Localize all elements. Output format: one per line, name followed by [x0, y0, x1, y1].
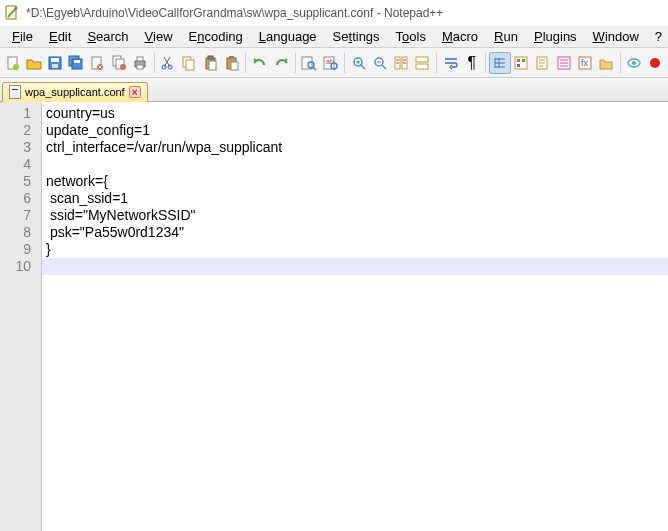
svg-rect-50 — [515, 57, 527, 69]
svg-rect-5 — [51, 58, 59, 62]
svg-rect-26 — [229, 56, 234, 59]
menu-language[interactable]: Language — [251, 27, 325, 46]
monitor-button[interactable] — [624, 52, 645, 74]
svg-line-30 — [313, 67, 316, 70]
code-area[interactable]: country=usupdate_config=1ctrl_interface=… — [42, 102, 668, 531]
save-button[interactable] — [44, 52, 65, 74]
copy-button[interactable] — [179, 52, 200, 74]
code-line[interactable] — [42, 258, 668, 275]
svg-rect-53 — [517, 64, 520, 67]
menu-search[interactable]: Search — [79, 27, 136, 46]
svg-point-14 — [120, 64, 126, 70]
sync-v-button[interactable] — [391, 52, 412, 74]
wordwrap-button[interactable] — [440, 52, 461, 74]
menu-file[interactable]: File — [4, 27, 41, 46]
line-number: 6 — [0, 190, 41, 207]
find-button[interactable] — [299, 52, 320, 74]
separator — [154, 53, 155, 73]
menu-plugins[interactable]: Plugins — [526, 27, 585, 46]
menu-window[interactable]: Window — [585, 27, 647, 46]
record-button[interactable] — [645, 52, 666, 74]
svg-point-1 — [15, 7, 18, 10]
toolbar: ab ¶ fx — [0, 48, 668, 78]
separator — [295, 53, 296, 73]
code-line[interactable] — [42, 156, 668, 173]
line-number: 5 — [0, 173, 41, 190]
menu-encoding[interactable]: Encoding — [181, 27, 251, 46]
code-line[interactable]: country=us — [42, 105, 668, 122]
sync-h-button[interactable] — [412, 52, 433, 74]
line-number: 9 — [0, 241, 41, 258]
editor-area: 12345678910 country=usupdate_config=1ctr… — [0, 102, 668, 531]
line-number: 4 — [0, 156, 41, 173]
title-bar: *D:\Egyeb\Arduino\VideoCallforGrandma\sw… — [0, 0, 668, 26]
separator — [344, 53, 345, 73]
open-file-button[interactable] — [23, 52, 44, 74]
menu-run[interactable]: Run — [486, 27, 526, 46]
window-title: *D:\Egyeb\Arduino\VideoCallforGrandma\sw… — [26, 6, 443, 20]
redo-button[interactable] — [271, 52, 292, 74]
svg-point-3 — [13, 64, 19, 70]
menu-macro[interactable]: Macro — [434, 27, 486, 46]
print-button[interactable] — [129, 52, 150, 74]
app-icon — [4, 5, 20, 21]
indent-guide-button[interactable] — [489, 52, 510, 74]
svg-line-39 — [382, 65, 386, 69]
cut-button[interactable] — [157, 52, 178, 74]
modified-file-icon — [9, 85, 21, 99]
svg-rect-23 — [208, 56, 213, 59]
code-line[interactable]: ctrl_interface=/var/run/wpa_supplicant — [42, 139, 668, 156]
menu-view[interactable]: View — [137, 27, 181, 46]
paste2-button[interactable] — [221, 52, 242, 74]
separator — [245, 53, 246, 73]
menu-settings[interactable]: Settings — [325, 27, 388, 46]
code-line[interactable]: update_config=1 — [42, 122, 668, 139]
svg-rect-9 — [74, 60, 80, 63]
svg-rect-44 — [416, 64, 428, 69]
close-all-button[interactable] — [108, 52, 129, 74]
svg-rect-27 — [231, 62, 238, 70]
allchars-button[interactable]: ¶ — [461, 52, 482, 74]
code-line[interactable]: network={ — [42, 173, 668, 190]
replace-button[interactable]: ab — [320, 52, 341, 74]
save-all-button[interactable] — [66, 52, 87, 74]
line-number: 2 — [0, 122, 41, 139]
svg-point-65 — [632, 61, 636, 65]
code-line[interactable]: } — [42, 241, 668, 258]
svg-rect-17 — [137, 65, 143, 69]
code-line[interactable]: scan_ssid=1 — [42, 190, 668, 207]
svg-rect-21 — [186, 60, 194, 70]
file-tab[interactable]: wpa_supplicant.conf × — [2, 82, 148, 102]
svg-rect-16 — [137, 57, 143, 61]
close-file-button[interactable] — [87, 52, 108, 74]
line-number: 1 — [0, 105, 41, 122]
code-line[interactable]: ssid="MyNetworkSSID" — [42, 207, 668, 224]
funclist-button[interactable]: fx — [574, 52, 595, 74]
paste-button[interactable] — [200, 52, 221, 74]
undo-button[interactable] — [249, 52, 270, 74]
svg-rect-51 — [517, 59, 520, 62]
separator — [620, 53, 621, 73]
menu-bar: File Edit Search View Encoding Language … — [0, 26, 668, 48]
docmap-button[interactable] — [532, 52, 553, 74]
svg-rect-43 — [416, 57, 428, 62]
zoom-out-button[interactable] — [369, 52, 390, 74]
folder-button[interactable] — [595, 52, 616, 74]
line-number: 3 — [0, 139, 41, 156]
close-tab-button[interactable]: × — [129, 86, 141, 98]
code-line[interactable]: psk="Pa55w0rd1234" — [42, 224, 668, 241]
line-number: 8 — [0, 224, 41, 241]
menu-tools[interactable]: Tools — [388, 27, 434, 46]
doclist-button[interactable] — [553, 52, 574, 74]
tab-label: wpa_supplicant.conf — [25, 86, 125, 98]
menu-edit[interactable]: Edit — [41, 27, 79, 46]
svg-rect-52 — [522, 59, 525, 62]
svg-point-66 — [650, 58, 660, 68]
udlang-button[interactable] — [511, 52, 532, 74]
line-number: 7 — [0, 207, 41, 224]
separator — [436, 53, 437, 73]
zoom-in-button[interactable] — [348, 52, 369, 74]
menu-help[interactable]: ? — [647, 27, 668, 46]
tab-bar: wpa_supplicant.conf × — [0, 78, 668, 102]
new-file-button[interactable] — [2, 52, 23, 74]
